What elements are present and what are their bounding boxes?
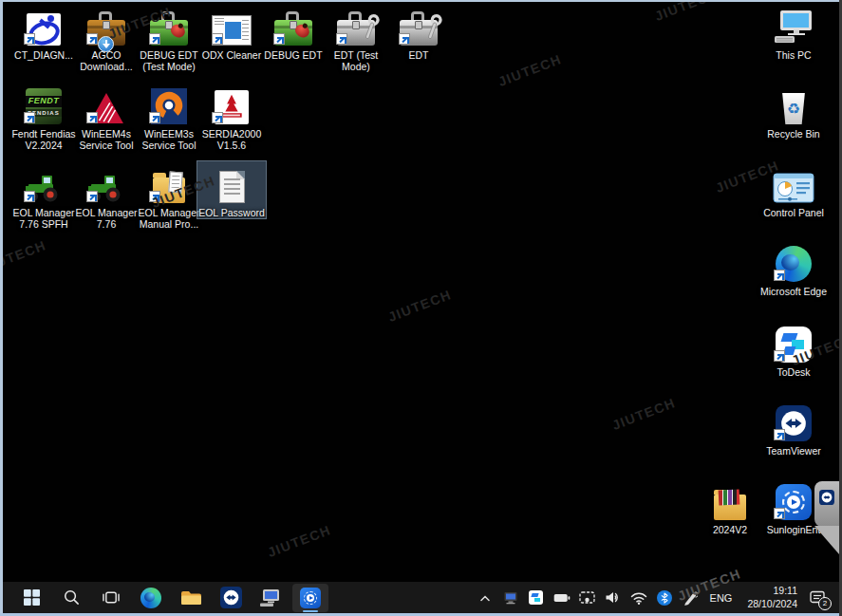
desktop-icon-eol-manual[interactable]: EOL Manager Manual Pro... bbox=[135, 161, 203, 231]
icon-label: Recycle Bin bbox=[767, 128, 819, 140]
desktop-icon-wineem3s[interactable]: WinEEM3s Service Tool bbox=[135, 83, 203, 152]
bluetooth-icon[interactable] bbox=[656, 586, 673, 610]
shortcut-arrow-icon bbox=[149, 33, 160, 45]
debug-toolbox-icon bbox=[135, 4, 203, 47]
watermark-text: JIUTECH bbox=[0, 237, 48, 275]
desktop-icon-serdia2000[interactable]: SERDIA2000 V1.5.6 bbox=[197, 83, 266, 152]
shortcut-arrow-icon bbox=[774, 270, 785, 281]
screen-border-left bbox=[0, 0, 3, 616]
task-view-icon bbox=[102, 589, 121, 606]
desktop-screen: JIUTECH JIUTECH JIUTECH JIUTECH JIUTECH … bbox=[0, 0, 842, 616]
recycle-glyph: ♻ bbox=[787, 102, 800, 117]
pen-icon[interactable] bbox=[682, 586, 699, 610]
icon-label: CT_DIAGN... bbox=[14, 49, 73, 61]
watermark-text: JIUTECH bbox=[609, 395, 677, 433]
start-button[interactable] bbox=[13, 584, 49, 612]
remote-pc-tray-icon[interactable] bbox=[502, 586, 519, 610]
icon-label: WinEEM3s Service Tool bbox=[135, 128, 203, 152]
remote-pc-taskbar-button[interactable] bbox=[253, 584, 289, 612]
desktop-icon-edt-test-mode[interactable]: EDT (Test Mode) bbox=[322, 4, 390, 73]
watermark-text: JIUTECH bbox=[496, 51, 563, 89]
edge-taskbar-button[interactable] bbox=[133, 584, 169, 612]
todesk-icon bbox=[759, 321, 828, 364]
document-icon bbox=[168, 172, 183, 194]
this-pc-icon bbox=[759, 4, 828, 47]
desktop-icon-2024v2-folder[interactable]: 2024V2 bbox=[696, 478, 764, 535]
battery-icon[interactable] bbox=[553, 586, 571, 610]
icon-label: 2024V2 bbox=[713, 524, 747, 535]
desktop-icon-debug-edt-test-mode[interactable]: DEBUG EDT (Test Mode) bbox=[135, 4, 203, 73]
desktop-icon-agco-downloader[interactable]: AGCO Download... bbox=[72, 4, 140, 73]
shortcut-arrow-icon bbox=[149, 112, 160, 123]
tray-expand-chevron-icon[interactable] bbox=[477, 586, 494, 610]
edge-icon bbox=[759, 240, 828, 284]
todesk-tray-icon[interactable] bbox=[528, 586, 545, 610]
red-triangle-icon bbox=[72, 83, 140, 126]
edt-toolbox-icon bbox=[384, 4, 453, 47]
language-indicator[interactable]: ENG bbox=[707, 586, 736, 610]
desktop-icon-odx-cleaner[interactable]: ODX Cleaner bbox=[197, 4, 266, 61]
desktop-icon-wineem4s[interactable]: WinEEM4s Service Tool bbox=[72, 83, 140, 152]
desktop-icon-edt[interactable]: EDT bbox=[384, 4, 453, 61]
teamviewer-docked-tab[interactable] bbox=[813, 481, 839, 555]
folder-icon bbox=[696, 478, 764, 522]
clock-date: 28/10/2024 bbox=[747, 598, 797, 611]
desktop-icon-teamviewer[interactable]: TeamViewer bbox=[759, 400, 828, 457]
icon-label: ToDesk bbox=[777, 366, 810, 378]
desktop-icon-ct-diagn[interactable]: CT_DIAGN... bbox=[9, 4, 78, 61]
odx-window-icon bbox=[197, 4, 266, 47]
notification-center-button[interactable]: 2 bbox=[810, 586, 827, 610]
icon-label: SERDIA2000 V1.5.6 bbox=[197, 128, 266, 152]
icon-label: Microsoft Edge bbox=[760, 286, 827, 297]
desktop-icon-microsoft-edge[interactable]: Microsoft Edge bbox=[759, 240, 828, 297]
shortcut-arrow-icon bbox=[24, 33, 35, 45]
shortcut-arrow-icon bbox=[336, 33, 347, 45]
desktop-icon-debug-edt[interactable]: DEBUG EDT bbox=[259, 4, 327, 61]
desktop-icon-this-pc[interactable]: This PC bbox=[759, 4, 828, 61]
teamviewer-taskbar-button[interactable] bbox=[213, 584, 249, 612]
shortcut-arrow-icon bbox=[24, 191, 35, 202]
wifi-icon[interactable] bbox=[630, 586, 647, 610]
task-view-button[interactable] bbox=[93, 584, 129, 612]
shortcut-arrow-icon bbox=[774, 350, 785, 362]
screen-border-top bbox=[0, 0, 842, 2]
clock-time: 19:11 bbox=[747, 585, 797, 598]
desktop-icon-eol-manager[interactable]: EOL Manager 7.76 bbox=[72, 161, 140, 231]
volume-icon[interactable] bbox=[605, 586, 622, 610]
search-icon bbox=[63, 588, 81, 607]
shortcut-arrow-icon bbox=[149, 191, 160, 202]
shortcut-arrow-icon bbox=[212, 33, 223, 45]
cast-icon[interactable] bbox=[579, 586, 596, 610]
sunlogin-icon bbox=[300, 588, 321, 608]
icon-label: Control Panel bbox=[763, 207, 824, 218]
icon-label: DEBUG EDT (Test Mode) bbox=[135, 49, 203, 73]
icon-label: ODX Cleaner bbox=[202, 49, 261, 61]
desktop-icon-control-panel[interactable]: Control Panel bbox=[759, 161, 828, 218]
desktop-icon-eol-manager-spfh[interactable]: EOL Manager 7.76 SPFH bbox=[9, 161, 78, 231]
notification-count-badge: 2 bbox=[818, 597, 832, 610]
desktop-icon-fendt-fendias[interactable]: FENDT FENDIAS Fendt Fendias V2.2024 bbox=[9, 83, 78, 152]
icon-label: Fendt Fendias V2.2024 bbox=[9, 128, 78, 152]
tractor-icon bbox=[9, 161, 78, 205]
download-badge-icon bbox=[98, 36, 114, 52]
shortcut-arrow-icon bbox=[86, 33, 98, 45]
edt-toolbox-icon bbox=[322, 4, 390, 47]
shortcut-arrow-icon bbox=[86, 112, 98, 123]
file-explorer-button[interactable] bbox=[173, 584, 209, 612]
desktop-icon-recycle-bin[interactable]: ♻ Recycle Bin bbox=[759, 83, 828, 140]
deutz-logo-icon bbox=[197, 83, 266, 126]
sunlogin-taskbar-button[interactable] bbox=[292, 584, 328, 612]
shortcut-arrow-icon bbox=[399, 33, 410, 45]
desktop-icon-todesk[interactable]: ToDesk bbox=[759, 321, 828, 378]
icon-label: EDT (Test Mode) bbox=[322, 49, 390, 73]
taskbar-clock[interactable]: 19:1128/10/2024 bbox=[743, 586, 801, 610]
desktop-icon-eol-password[interactable]: EOL Password bbox=[197, 161, 266, 218]
icon-label: DEBUG EDT bbox=[264, 49, 322, 61]
teamviewer-tab-flag bbox=[814, 526, 839, 554]
search-button[interactable] bbox=[53, 584, 89, 612]
teamviewer-mini-icon bbox=[819, 490, 834, 505]
shortcut-arrow-icon bbox=[24, 112, 35, 123]
folder-with-document-icon bbox=[135, 161, 203, 205]
control-panel-icon bbox=[759, 161, 828, 205]
teamviewer-tab-handle[interactable] bbox=[814, 481, 839, 527]
